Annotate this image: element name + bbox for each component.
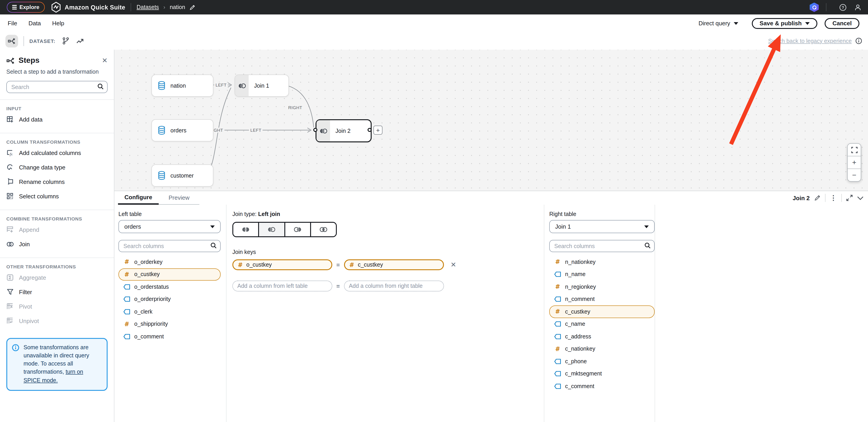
rename-dataset-pencil-icon[interactable] [189, 4, 195, 10]
legacy-experience-link[interactable]: Switch back to legacy experience [768, 38, 852, 44]
left-key-name: o_custkey [246, 262, 272, 268]
left-join-key-pill[interactable]: # o_custkey [232, 259, 332, 270]
column-item-o_orderstatus[interactable]: o_orderstatus [119, 281, 221, 293]
column-item-n_name[interactable]: n_name [549, 268, 655, 281]
remove-join-key-icon[interactable]: ✕ [451, 261, 456, 269]
tab-configure[interactable]: Configure [118, 191, 159, 205]
expand-panel-icon[interactable] [846, 195, 852, 201]
column-item-o_orderpriority[interactable]: o_orderpriority [119, 293, 221, 305]
column-item-o_clerk[interactable]: o_clerk [119, 305, 221, 318]
number-type-icon: # [238, 261, 243, 268]
number-type-icon: # [123, 321, 130, 328]
right-columns-search-input[interactable] [549, 240, 655, 252]
node-orders[interactable]: orders [151, 119, 213, 141]
save-publish-label: Save & publish [760, 20, 802, 27]
step-item-add-calculated-columns[interactable]: fxAdd calculated columns [0, 145, 114, 160]
column-item-c_comment[interactable]: c_comment [549, 380, 655, 392]
node-join-1[interactable]: Join 1 [235, 74, 289, 97]
step-item-label: Pivot [19, 303, 32, 310]
app-title: Amazon Quick Suite [65, 4, 125, 11]
column-item-c_name[interactable]: c_name [549, 318, 655, 330]
dataset-toolbar: DATASET: Switch back to legacy experienc… [0, 32, 868, 50]
kebab-menu-icon[interactable]: ⋮ [830, 194, 837, 202]
rename-icon [6, 178, 14, 186]
steps-search-input[interactable] [6, 81, 107, 93]
add-data-icon [6, 116, 14, 123]
right-join-key-pill[interactable]: # c_custkey [344, 259, 444, 270]
left-table-dropdown[interactable]: orders [119, 220, 221, 233]
flow-canvas[interactable]: LEFT RIGHT RIGHT LEFT nation orders cust… [114, 50, 868, 191]
join2-right-port[interactable] [368, 128, 372, 132]
column-name: o_custkey [134, 271, 160, 278]
query-mode-dropdown[interactable]: Direct query [699, 20, 738, 27]
step-item-join[interactable]: Join [0, 237, 114, 251]
node-nation[interactable]: nation [151, 74, 213, 97]
tab-preview[interactable]: Preview [159, 191, 199, 205]
column-item-o_custkey[interactable]: #o_custkey [119, 268, 221, 281]
zoom-in-icon[interactable]: + [848, 156, 861, 168]
column-item-c_phone[interactable]: c_phone [549, 355, 655, 367]
step-item-select-columns[interactable]: Select columns [0, 189, 114, 203]
join-type-label: Join type: Left join [232, 211, 456, 217]
rename-join-pencil-icon[interactable] [814, 195, 820, 201]
right-join-button[interactable] [284, 223, 310, 236]
full-join-button[interactable] [233, 223, 258, 236]
column-item-o_shippriority[interactable]: #o_shippriority [119, 318, 221, 330]
column-item-n_nationkey[interactable]: #n_nationkey [549, 256, 655, 268]
column-name: o_comment [134, 333, 164, 340]
trend-icon[interactable] [76, 37, 84, 45]
column-name: o_orderkey [134, 259, 162, 265]
aggregate-icon [6, 273, 14, 281]
menu-file[interactable]: File [8, 20, 17, 27]
explore-button[interactable]: Explore [7, 2, 45, 13]
step-item-label: Add data [19, 116, 42, 123]
add-right-key-pill[interactable]: Add a column from right table [344, 281, 444, 291]
user-icon[interactable] [854, 3, 862, 11]
right-table-dropdown[interactable]: Join 1 [549, 220, 655, 233]
column-item-c_nationkey[interactable]: #c_nationkey [549, 343, 655, 355]
join-icon [6, 240, 14, 248]
column-item-o_comment[interactable]: o_comment [119, 330, 221, 343]
step-item-add-data[interactable]: Add data [0, 112, 114, 127]
close-icon[interactable]: ✕ [102, 57, 107, 65]
quick-suite-app-icon[interactable] [810, 2, 819, 12]
branch-icon[interactable] [62, 37, 69, 45]
left-columns-search-input[interactable] [119, 240, 221, 252]
add-step-plus-button[interactable]: + [373, 126, 382, 135]
menu-bar: File Data Help Direct query Save & publi… [0, 14, 868, 32]
step-item-unpivot: Unpivot [0, 314, 114, 328]
column-item-o_orderkey[interactable]: #o_orderkey [119, 256, 221, 268]
menu-help[interactable]: Help [52, 20, 64, 27]
column-item-c_address[interactable]: c_address [549, 330, 655, 343]
steps-flow-icon-button[interactable] [5, 35, 18, 47]
fit-view-icon[interactable] [848, 144, 861, 156]
save-publish-button[interactable]: Save & publish [752, 18, 817, 29]
inner-join-button[interactable] [310, 223, 336, 236]
step-item-change-data-type[interactable]: Change data type [0, 160, 114, 174]
column-item-n_regionkey[interactable]: #n_regionkey [549, 281, 655, 293]
zoom-out-icon[interactable]: − [848, 168, 861, 181]
help-icon[interactable]: ? [839, 3, 847, 11]
breadcrumb-datasets-link[interactable]: Datasets [136, 4, 159, 10]
divider [131, 3, 131, 11]
database-icon [157, 126, 166, 135]
collapse-panel-chevron-icon[interactable] [857, 196, 864, 200]
step-item-rename-columns[interactable]: Rename columns [0, 174, 114, 189]
cancel-button[interactable]: Cancel [825, 18, 860, 29]
string-type-icon [554, 272, 561, 277]
column-item-n_comment[interactable]: n_comment [549, 293, 655, 305]
add-left-key-pill[interactable]: Add a column from left table [232, 281, 332, 291]
step-item-filter[interactable]: Filter [0, 285, 114, 299]
column-name: o_orderpriority [134, 296, 170, 302]
info-icon[interactable] [855, 37, 862, 44]
column-item-c_custkey[interactable]: #c_custkey [549, 305, 655, 318]
step-item-label: Filter [19, 289, 32, 295]
steps-panel-subtitle: Select a step to add a transformation [0, 65, 114, 75]
join2-left-port[interactable] [313, 128, 317, 132]
left-join-button[interactable] [258, 223, 284, 236]
menu-data[interactable]: Data [29, 20, 41, 27]
column-name: c_comment [565, 383, 594, 389]
node-customer[interactable]: customer [151, 164, 213, 187]
node-join-2[interactable]: Join 2 [315, 119, 372, 142]
column-item-c_mktsegment[interactable]: c_mktsegment [549, 367, 655, 380]
